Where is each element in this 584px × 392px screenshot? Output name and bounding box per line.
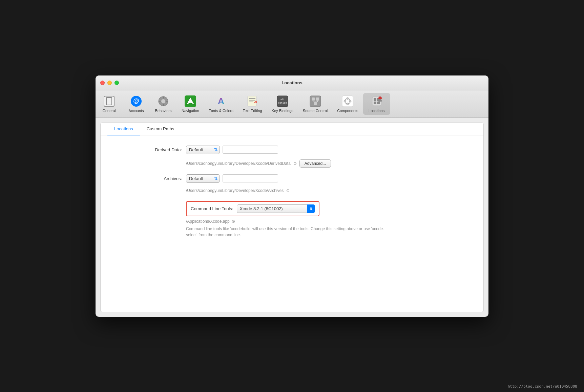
components-icon [341,95,354,107]
traffic-lights [100,81,119,85]
archives-path-text: /Users/caonongyun/Library/Developer/Xcod… [186,188,284,193]
archives-path-input[interactable] [223,174,278,182]
svg-rect-34 [374,102,376,104]
toolbar-item-accounts[interactable]: @ Accounts [123,93,150,115]
svg-rect-20 [314,102,317,105]
advanced-button[interactable]: Advanced... [299,159,331,168]
archives-controls: Default Custom ⇅ [186,174,278,183]
svg-rect-38 [378,100,382,102]
archives-select-container: Default Custom ⇅ [186,174,220,183]
svg-text:option: option [278,102,287,104]
toolbar-item-key-bindings[interactable]: alt option Key Bindings [267,93,298,115]
derived-data-path-text: /Users/caonongyun/Library/Developer/Xcod… [186,161,291,166]
command-line-tools-select[interactable]: Xcode 8.2.1 (8C1002) None [237,204,315,213]
minimize-button[interactable] [107,81,112,85]
locations-icon [371,95,383,107]
svg-text:alt: alt [280,98,285,101]
svg-point-29 [344,100,346,102]
titlebar: Locations [96,75,488,90]
toolbar-label-accounts: Accounts [128,109,144,113]
toolbar-label-components: Components [337,109,358,113]
toolbar-item-navigation[interactable]: Navigation [177,93,204,115]
derived-data-path-arrow: ⊙ [293,161,297,166]
fonts-colors-icon: A [215,95,227,107]
svg-point-1 [161,99,165,103]
general-icon [103,95,115,107]
toolbar-item-components[interactable]: Components [332,93,363,115]
toolbar-label-text-editing: Text Editing [243,109,262,113]
toolbar-item-text-editing[interactable]: Text Editing [238,93,267,115]
derived-data-select[interactable]: Default Custom [186,146,220,154]
source-control-icon [309,95,321,107]
text-editing-icon [246,95,258,107]
tab-custom-paths[interactable]: Custom Paths [140,123,181,135]
toolbar-item-behaviors[interactable]: Behaviors [150,93,177,115]
close-button[interactable] [100,81,105,85]
toolbar-item-locations[interactable]: Locations [363,93,390,115]
command-line-tools-box: Command Line Tools: Xcode 8.2.1 (8C1002)… [186,201,319,216]
content-tabs: Locations Custom Paths [101,123,483,135]
maximize-button[interactable] [114,81,119,85]
archives-select[interactable]: Default Custom [186,174,220,183]
archives-path-arrow: ⊙ [286,188,290,193]
command-line-tools-hint: Command line tools like 'xcodebuild' wil… [186,226,389,238]
toolbar-label-locations: Locations [369,109,384,113]
content-area: Locations Custom Paths Derived Data: Def… [100,123,484,312]
accounts-icon: @ [130,95,142,107]
derived-data-label: Derived Data: [121,147,182,152]
svg-rect-14 [277,96,288,107]
toolbar-item-fonts-colors[interactable]: A Fonts & Colors [204,93,238,115]
window-title: Locations [281,80,302,85]
command-line-tools-select-container: Xcode 8.2.1 (8C1002) None ⇅ [237,204,315,213]
svg-point-28 [347,103,349,105]
behaviors-icon [157,95,169,107]
svg-rect-19 [316,97,319,101]
app-path-arrow: ⊙ [232,219,235,224]
app-path-row: /Applications/Xcode.app ⊙ [186,219,463,224]
toolbar-label-general: General [102,109,116,113]
derived-data-controls: Default Custom ⇅ [186,146,278,154]
toolbar-label-key-bindings: Key Bindings [272,109,293,113]
toolbar-item-source-control[interactable]: Source Control [298,93,332,115]
key-bindings-icon: alt option [276,95,289,107]
tab-locations[interactable]: Locations [107,123,140,135]
form-area: Derived Data: Default Custom ⇅ /Users/ca… [101,135,483,248]
svg-rect-17 [310,96,321,107]
toolbar: General @ Accounts Behaviors [96,90,488,118]
svg-rect-18 [312,97,315,101]
toolbar-label-navigation: Navigation [182,109,199,113]
command-line-tools-label: Command Line Tools: [191,206,233,211]
archives-label: Archives: [121,176,182,181]
app-path-text: /Applications/Xcode.app [186,219,230,224]
navigation-icon [184,95,196,107]
derived-data-path-input[interactable] [223,146,278,154]
derived-data-row: Derived Data: Default Custom ⇅ [121,146,463,154]
svg-rect-32 [374,98,376,101]
toolbar-label-source-control: Source Control [303,109,328,113]
svg-rect-8 [248,96,256,106]
toolbar-label-fonts-colors: Fonts & Colors [209,109,233,113]
derived-data-select-container: Default Custom ⇅ [186,146,220,154]
svg-point-27 [347,97,349,100]
derived-data-path-row: /Users/caonongyun/Library/Developer/Xcod… [186,159,463,168]
archives-row: Archives: Default Custom ⇅ [121,174,463,183]
svg-point-30 [349,100,351,102]
xcode-preferences-window: Locations General @ Accounts [96,75,488,317]
archives-path-row: /Users/caonongyun/Library/Developer/Xcod… [186,188,463,193]
command-line-tools-row: Command Line Tools: Xcode 8.2.1 (8C1002)… [121,201,463,216]
svg-rect-35 [377,102,380,104]
toolbar-item-general[interactable]: General [96,93,123,115]
toolbar-label-behaviors: Behaviors [155,109,172,113]
url-bar: http://blog.csdn.net/u010458808 [508,384,577,389]
